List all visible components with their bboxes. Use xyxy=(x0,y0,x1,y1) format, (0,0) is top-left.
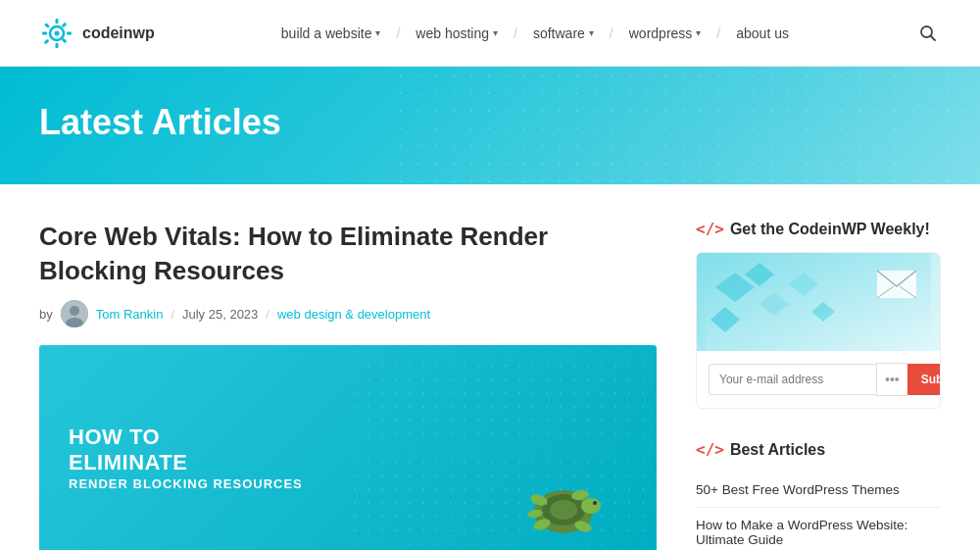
svg-rect-3 xyxy=(56,43,59,48)
by-label: by xyxy=(39,307,53,322)
newsletter-widget: ••• Subscribe xyxy=(696,252,941,409)
article-category[interactable]: web design & development xyxy=(277,307,430,322)
newsletter-heading: </> Get the CodeinWP Weekly! xyxy=(696,220,941,238)
svg-rect-4 xyxy=(42,31,47,34)
newsletter-section: </> Get the CodeinWP Weekly! xyxy=(696,220,941,409)
svg-point-19 xyxy=(593,501,597,505)
nav-sep-2: / xyxy=(512,25,519,41)
avatar xyxy=(61,300,88,327)
svg-rect-25 xyxy=(706,253,931,351)
logo-text: codeinwp xyxy=(82,25,155,42)
chevron-down-icon: ▾ xyxy=(375,27,380,38)
main-content: Core Web Vitals: How to Eliminate Render… xyxy=(0,184,980,550)
meta-sep-2: / xyxy=(266,307,270,322)
svg-point-1 xyxy=(55,30,60,35)
svg-rect-2 xyxy=(56,19,59,24)
chevron-down-icon: ▾ xyxy=(589,27,594,38)
article-image-inner: HOW TO ELIMINATE RENDER BLOCKING RESOURC… xyxy=(39,345,657,550)
article-featured-image: HOW TO ELIMINATE RENDER BLOCKING RESOURC… xyxy=(39,345,657,550)
newsletter-code-tag: </> xyxy=(696,220,724,238)
author-name[interactable]: Tom Rankin xyxy=(96,307,164,322)
article-section: Core Web Vitals: How to Eliminate Render… xyxy=(39,220,657,550)
nav-wordpress[interactable]: wordpress ▾ xyxy=(615,25,715,41)
email-options-button[interactable]: ••• xyxy=(876,363,907,396)
list-item[interactable]: How to Make a WordPress Website: Ultimat… xyxy=(696,508,941,550)
hero-banner: Latest Articles xyxy=(0,67,980,184)
svg-rect-8 xyxy=(44,38,50,44)
svg-line-11 xyxy=(930,35,935,40)
nav-software[interactable]: software ▾ xyxy=(519,25,608,41)
hero-title: Latest Articles xyxy=(39,102,941,143)
chevron-down-icon: ▾ xyxy=(493,27,498,38)
site-header: codeinwp build a website ▾ / web hosting… xyxy=(0,0,980,67)
svg-point-13 xyxy=(70,306,79,316)
svg-rect-6 xyxy=(44,23,50,28)
svg-point-17 xyxy=(550,500,577,520)
nav-build-website[interactable]: build a website ▾ xyxy=(268,25,395,41)
article-meta: by Tom Rankin / July 25, 2023 / web desi… xyxy=(39,300,657,327)
dots-icon: ••• xyxy=(885,372,900,387)
logo-icon xyxy=(39,16,74,51)
nav-sep-4: / xyxy=(714,25,722,41)
search-icon xyxy=(919,25,937,42)
newsletter-graphic xyxy=(697,253,940,351)
email-form: ••• Subscribe xyxy=(697,351,940,408)
main-nav: build a website ▾ / web hosting ▾ / soft… xyxy=(268,25,803,41)
sidebar: </> Get the CodeinWP Weekly! xyxy=(696,220,941,550)
article-image-text: HOW TO ELIMINATE RENDER BLOCKING RESOURC… xyxy=(69,425,303,491)
article-title[interactable]: Core Web Vitals: How to Eliminate Render… xyxy=(39,220,657,288)
article-date: July 25, 2023 xyxy=(182,307,258,322)
subscribe-button[interactable]: Subscribe xyxy=(907,364,941,395)
svg-rect-7 xyxy=(62,22,68,27)
best-articles-heading: </> Best Articles xyxy=(696,440,941,459)
nav-web-hosting[interactable]: web hosting ▾ xyxy=(402,25,512,41)
nav-sep-1: / xyxy=(394,25,402,41)
turtle-decoration xyxy=(510,463,617,550)
best-articles-section: </> Best Articles 50+ Best Free WordPres… xyxy=(696,440,941,550)
search-button[interactable] xyxy=(915,21,941,46)
email-input[interactable] xyxy=(709,364,876,395)
logo[interactable]: codeinwp xyxy=(39,16,155,51)
newsletter-decoration xyxy=(697,253,940,351)
svg-point-18 xyxy=(581,498,601,514)
meta-sep-1: / xyxy=(171,307,174,322)
nav-about-us[interactable]: about us xyxy=(722,25,803,41)
best-articles-code-tag: </> xyxy=(696,440,724,459)
svg-rect-5 xyxy=(67,31,72,34)
chevron-down-icon: ▾ xyxy=(696,27,701,38)
nav-sep-3: / xyxy=(608,25,615,41)
best-articles-list: 50+ Best Free WordPress Themes How to Ma… xyxy=(696,473,941,550)
list-item[interactable]: 50+ Best Free WordPress Themes xyxy=(696,473,941,508)
